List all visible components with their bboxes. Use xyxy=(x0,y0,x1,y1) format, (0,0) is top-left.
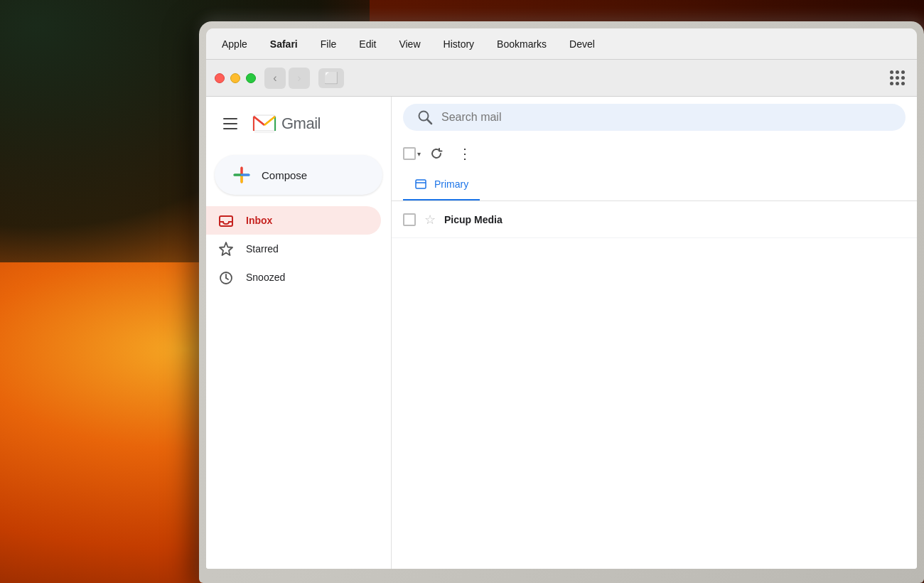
tab-primary[interactable]: Primary xyxy=(403,169,480,200)
star-icon xyxy=(217,240,235,257)
maximize-button[interactable] xyxy=(246,73,256,83)
minimize-button[interactable] xyxy=(230,73,240,83)
hamburger-line-2 xyxy=(223,123,237,124)
bookmarks-menu[interactable]: Bookmarks xyxy=(493,37,551,51)
gmail-m-icon xyxy=(250,109,279,138)
grid-apps-button[interactable] xyxy=(886,67,908,90)
email-list: ☆ Picup Media xyxy=(392,201,917,569)
select-dropdown-arrow[interactable]: ▾ xyxy=(417,150,421,158)
more-options-button[interactable]: ⋮ xyxy=(452,141,478,166)
svg-line-13 xyxy=(427,119,431,124)
search-icon xyxy=(417,109,433,125)
nav-buttons: ‹ › xyxy=(264,68,310,89)
snoozed-label: Snoozed xyxy=(246,272,285,283)
refresh-icon xyxy=(429,146,444,161)
clock-icon xyxy=(217,269,235,286)
search-bar[interactable] xyxy=(403,104,906,131)
compose-label: Compose xyxy=(262,169,307,181)
gmail-header: Gmail xyxy=(206,102,391,152)
compose-button[interactable]: Compose xyxy=(215,155,382,195)
edit-menu[interactable]: Edit xyxy=(355,37,380,51)
email-star-icon[interactable]: ☆ xyxy=(424,212,436,228)
nav-item-inbox[interactable]: Inbox xyxy=(206,206,381,235)
macbook-bezel: Apple Safari File Edit View History Book… xyxy=(199,21,924,583)
inbox-icon xyxy=(217,212,235,229)
sidebar-toggle-button[interactable]: ⬜ xyxy=(318,68,344,88)
refresh-button[interactable] xyxy=(424,141,449,166)
history-menu[interactable]: History xyxy=(439,37,479,51)
inbox-label: Inbox xyxy=(246,215,272,226)
svg-rect-14 xyxy=(416,180,426,188)
hamburger-menu-button[interactable] xyxy=(217,111,243,137)
gmail-sidebar: Gmail xyxy=(206,97,391,569)
apple-menu[interactable]: Apple xyxy=(217,37,252,51)
primary-tab-label: Primary xyxy=(434,178,468,190)
more-icon: ⋮ xyxy=(458,145,473,162)
forward-button[interactable]: › xyxy=(289,68,310,89)
safari-menu[interactable]: Safari xyxy=(266,37,302,51)
close-button[interactable] xyxy=(215,73,225,83)
chevron-left-icon: ‹ xyxy=(273,72,276,85)
mail-tabs: Primary xyxy=(392,169,917,201)
email-sender: Picup Media xyxy=(444,214,530,225)
hamburger-line-3 xyxy=(223,128,237,129)
select-all-container: ▾ xyxy=(403,147,421,160)
select-all-checkbox[interactable] xyxy=(403,147,416,160)
apple-icon: Apple xyxy=(222,38,247,50)
search-input[interactable] xyxy=(441,111,891,124)
gmail-brand-text: Gmail xyxy=(281,114,321,133)
primary-tab-icon xyxy=(414,178,427,191)
starred-label: Starred xyxy=(246,243,279,255)
grid-icon xyxy=(890,70,905,85)
back-button[interactable]: ‹ xyxy=(264,68,286,89)
search-bar-wrapper xyxy=(392,97,917,138)
file-menu[interactable]: File xyxy=(316,37,341,51)
chevron-right-icon: › xyxy=(297,72,301,85)
nav-item-snoozed[interactable]: Snoozed xyxy=(206,263,381,292)
svg-line-11 xyxy=(226,278,228,279)
email-checkbox[interactable] xyxy=(403,213,416,226)
develop-menu[interactable]: Devel xyxy=(565,37,599,51)
hamburger-line-1 xyxy=(223,118,237,119)
browser-chrome: ‹ › ⬜ xyxy=(206,60,917,97)
mail-controls: ▾ ⋮ xyxy=(392,138,917,169)
svg-marker-8 xyxy=(220,242,232,255)
table-row[interactable]: ☆ Picup Media xyxy=(392,201,917,238)
compose-plus-icon xyxy=(232,165,252,185)
sidebar-icon: ⬜ xyxy=(324,71,338,85)
macos-menubar: Apple Safari File Edit View History Book… xyxy=(206,28,917,60)
view-menu[interactable]: View xyxy=(394,37,424,51)
nav-item-starred[interactable]: Starred xyxy=(206,235,381,263)
screen: Apple Safari File Edit View History Book… xyxy=(206,28,917,569)
gmail-area: Gmail xyxy=(206,97,917,569)
gmail-main: ▾ ⋮ xyxy=(391,97,917,569)
gmail-logo[interactable]: Gmail xyxy=(250,109,321,138)
traffic-lights xyxy=(215,73,256,83)
